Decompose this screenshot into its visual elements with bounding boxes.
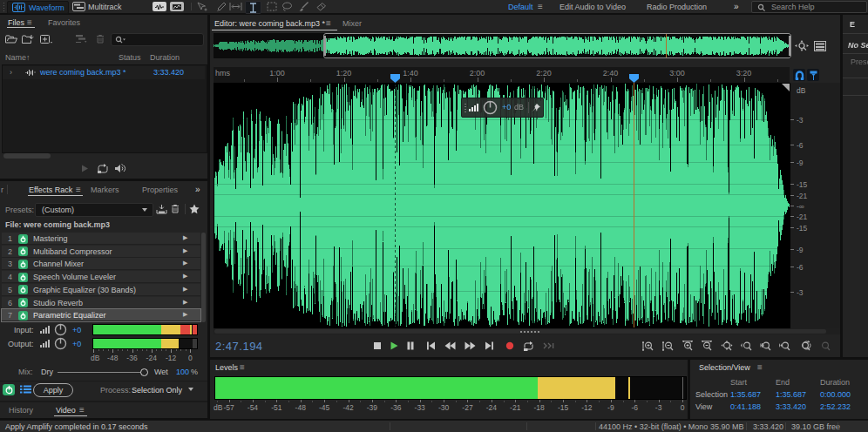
file-row[interactable]: › were coming back.mp3 * 3:33.420 (3, 66, 205, 79)
selection-end-value[interactable]: 1:35.687 (776, 390, 806, 399)
spot-healing-brush-tool[interactable] (314, 1, 329, 12)
effects-overflow-chevron[interactable]: » (195, 185, 200, 194)
presets-dropdown[interactable]: (Custom) (35, 203, 153, 217)
effect-slot-row[interactable]: 2Multiband Compressor▶ (2, 246, 200, 258)
mix-slider-knob[interactable] (140, 368, 148, 376)
zoom-disabled-button[interactable] (818, 341, 832, 352)
files-search-input[interactable] (111, 33, 204, 46)
insert-into-multitrack-icon[interactable] (75, 34, 87, 44)
tab-selection-view[interactable]: Selection/View (699, 363, 750, 372)
mix-slider-track[interactable] (58, 372, 148, 373)
ruler-unit[interactable]: hms (215, 69, 230, 78)
zoom-reset-button[interactable] (798, 341, 812, 352)
tab-fragment[interactable]: r (1, 186, 3, 194)
cti-marker[interactable] (390, 74, 400, 83)
move-tool[interactable] (195, 1, 210, 12)
output-gain-knob[interactable] (54, 337, 67, 350)
effect-slot-arrow-icon[interactable]: ▶ (183, 273, 187, 280)
tab-effects-rack[interactable]: Effects Rack (29, 186, 72, 194)
rack-power-button[interactable] (3, 384, 15, 395)
column-name[interactable]: Name (5, 53, 26, 62)
effect-power-icon[interactable] (18, 285, 28, 294)
effects-panel-menu-icon[interactable]: ≡ (76, 186, 81, 194)
effect-power-icon[interactable] (18, 260, 28, 269)
preview-play-icon[interactable] (80, 164, 90, 173)
hscrollbar-thumb[interactable] (214, 329, 826, 334)
skip-selection-button[interactable] (542, 341, 554, 351)
effect-slot-arrow-icon[interactable]: ▶ (183, 311, 187, 318)
hud-gain-knob[interactable] (483, 100, 498, 115)
tab-mixer[interactable]: Mixer (342, 19, 362, 28)
effect-power-icon[interactable] (18, 311, 28, 321)
effect-power-icon[interactable] (18, 246, 28, 256)
import-file-icon[interactable] (22, 34, 35, 44)
new-file-icon[interactable] (40, 35, 52, 44)
overview-view-box[interactable] (323, 33, 791, 58)
effect-slot-row[interactable]: 7Parametric Equalizer▶ (2, 309, 200, 321)
tab-levels[interactable]: Levels (215, 363, 238, 372)
tab-video[interactable]: Video (56, 406, 76, 415)
open-file-icon[interactable] (5, 35, 17, 44)
effects-scrollbar[interactable] (201, 233, 206, 322)
current-time-indicator[interactable] (395, 83, 396, 327)
favorite-star-icon[interactable] (189, 204, 200, 214)
snap-toggle-button[interactable] (793, 69, 805, 81)
apply-button[interactable]: Apply (33, 383, 73, 397)
add-marker-button[interactable] (807, 69, 819, 81)
tab-files[interactable]: Files (8, 18, 24, 27)
input-gain-knob[interactable] (54, 323, 67, 336)
video-panel-menu-icon[interactable]: ≡ (79, 406, 85, 415)
fast-forward-button[interactable] (464, 341, 476, 351)
skip-start-button[interactable] (424, 341, 437, 351)
column-duration[interactable]: Duration (150, 53, 180, 62)
viewbox-right-handle[interactable] (789, 36, 790, 56)
effect-slot-arrow-icon[interactable]: ▶ (183, 234, 187, 241)
save-preset-icon[interactable] (156, 204, 167, 214)
stop-button[interactable] (371, 341, 383, 351)
selview-panel-menu-icon[interactable]: ≡ (757, 363, 763, 372)
marquee-selection-tool[interactable] (264, 1, 279, 12)
effect-slot-arrow-icon[interactable]: ▶ (183, 247, 187, 254)
pause-button[interactable] (404, 341, 417, 351)
toggle-effects-list-icon[interactable] (20, 385, 31, 394)
mix-value[interactable]: 100 (176, 368, 189, 376)
show-spectral-toggle[interactable] (170, 2, 184, 11)
overview-strip[interactable] (214, 33, 791, 58)
playhead-marker[interactable] (629, 74, 639, 83)
levels-panel-menu-icon[interactable]: ≡ (240, 363, 245, 372)
effect-slot-arrow-icon[interactable]: ▶ (183, 260, 187, 267)
search-help-input[interactable]: Search Help (751, 1, 867, 13)
rewind-button[interactable] (444, 341, 456, 351)
zoom-in-time-button[interactable] (681, 341, 695, 352)
workspace-overflow-chevron[interactable]: » (734, 2, 739, 11)
zoom-navigate-icon[interactable] (795, 40, 809, 52)
files-hscrollbar[interactable] (3, 153, 51, 159)
process-value[interactable]: Selection Only (132, 386, 182, 395)
viewbox-left-handle[interactable] (324, 36, 326, 56)
effect-power-icon[interactable] (18, 273, 28, 282)
workspace-radio-production[interactable]: Radio Production (647, 3, 707, 11)
view-duration-value[interactable]: 2:52.232 (820, 402, 851, 411)
zoom-in-amplitude-button[interactable] (641, 341, 655, 352)
multitrack-view-button[interactable]: Multitrack (70, 1, 124, 12)
column-status[interactable]: Status (119, 53, 141, 62)
workspace-edit-audio-to-video[interactable]: Edit Audio to Video (559, 3, 626, 11)
hud-pin-icon[interactable] (532, 104, 540, 112)
waveform-view-button[interactable]: Waveform (7, 1, 69, 14)
effect-slot-arrow-icon[interactable]: ▶ (183, 286, 187, 293)
effect-slot-row[interactable]: 5Graphic Equalizer (30 Bands)▶ (2, 284, 200, 296)
input-gain-value[interactable]: +0 (72, 326, 81, 334)
output-gain-value[interactable]: +0 (72, 340, 81, 348)
workspace-menu-icon[interactable]: ≡ (538, 3, 543, 11)
view-end-value[interactable]: 3:33.420 (776, 402, 806, 411)
paintbrush-selection-tool[interactable] (296, 1, 311, 12)
selection-duration-value[interactable]: 0:00.000 (820, 390, 851, 399)
tab-markers[interactable]: Markers (91, 186, 119, 194)
effect-slot-row[interactable]: 1Mastering▶ (2, 233, 200, 245)
display-options-icon[interactable] (814, 41, 826, 51)
waveform-area[interactable]: +0 dB (214, 83, 790, 328)
record-button[interactable] (504, 341, 516, 351)
workspace-default[interactable]: Default (508, 3, 533, 11)
editor-hscrollbar[interactable] (214, 328, 840, 334)
view-start-value[interactable]: 0:41.188 (730, 402, 761, 411)
